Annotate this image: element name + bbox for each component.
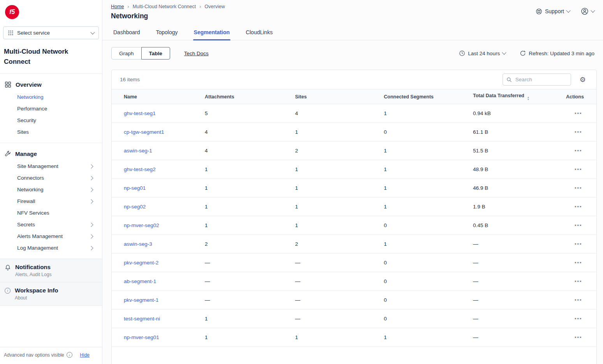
- sites-cell: 2: [295, 235, 384, 254]
- sidebar-item-firewall[interactable]: Firewall: [0, 196, 102, 207]
- view-toggle-graph[interactable]: Graph: [111, 47, 142, 60]
- connected-segments-cell: 0: [384, 254, 473, 272]
- sidebar-item-workspace-info[interactable]: i Workspace Info About: [0, 282, 102, 306]
- tab-dashboard[interactable]: Dashboard: [113, 25, 141, 40]
- row-actions-button[interactable]: •••: [575, 260, 582, 266]
- table-row: aswin-seg-3 2 2 1 — •••: [112, 235, 596, 254]
- sidebar-item-networking[interactable]: Networking: [0, 184, 102, 196]
- overview-label: Overview: [16, 81, 42, 88]
- sidebar-item-security[interactable]: Security: [0, 115, 102, 126]
- overview-section: Overview NetworkingPerformanceSecuritySi…: [0, 74, 102, 143]
- sites-cell: 1: [295, 328, 384, 347]
- table-row: ab-segment-1 — — 0 — •••: [112, 272, 596, 291]
- chevron-right-icon: [89, 164, 93, 168]
- table-row: np-mver-seg01 1 1 1 — •••: [112, 328, 596, 347]
- segment-name-link[interactable]: ghv-test-seg1: [124, 110, 156, 116]
- refresh-icon: [520, 50, 526, 56]
- sort-icon[interactable]: ▲▼: [527, 96, 529, 100]
- tab-topology[interactable]: Topology: [155, 25, 179, 40]
- sidebar-item-secrets[interactable]: Secrets: [0, 219, 102, 231]
- segment-name-link[interactable]: np-mver-seg02: [124, 222, 159, 228]
- account-menu[interactable]: [581, 7, 594, 15]
- total-data-cell: —: [473, 272, 566, 291]
- attachments-cell: 1: [205, 216, 295, 235]
- sidebar-item-log-management[interactable]: Log Management: [0, 242, 102, 254]
- row-actions-button[interactable]: •••: [575, 316, 582, 322]
- toolbar-right: Last 24 hours Refresh: Updated 3 min ago: [459, 50, 594, 56]
- segment-name-link[interactable]: np-seg02: [124, 204, 146, 210]
- time-range-selector[interactable]: Last 24 hours: [459, 50, 506, 56]
- attachments-cell: 1: [205, 179, 295, 198]
- segment-name-link[interactable]: np-mver-seg01: [124, 334, 159, 340]
- time-range-label: Last 24 hours: [468, 51, 500, 56]
- attachments-cell: 4: [205, 142, 295, 160]
- tech-docs-link[interactable]: Tech Docs: [184, 51, 209, 56]
- row-actions-button[interactable]: •••: [575, 148, 582, 154]
- bell-icon: [5, 264, 11, 271]
- segment-name-link[interactable]: aswin-seg-1: [124, 148, 152, 154]
- total-data-cell: 46.9 B: [473, 179, 566, 198]
- column-header-total-data-transferred[interactable]: Total Data Transferred▲▼: [473, 89, 566, 104]
- connected-segments-cell: 0: [384, 216, 473, 235]
- row-actions-button[interactable]: •••: [575, 204, 582, 210]
- row-actions-button[interactable]: •••: [575, 241, 582, 247]
- segment-name-link[interactable]: ghv-test-seg2: [124, 166, 156, 172]
- chevron-right-icon: [89, 222, 93, 227]
- row-actions-button[interactable]: •••: [575, 278, 582, 284]
- refresh-control[interactable]: Refresh: Updated 3 min ago: [520, 50, 594, 56]
- attachments-cell: 1: [205, 198, 295, 216]
- sidebar-item-notifications[interactable]: Notifications Alerts, Audit Logs: [0, 259, 102, 282]
- hide-link[interactable]: Hide: [80, 352, 90, 358]
- view-toggle: GraphTable: [111, 47, 170, 60]
- connected-segments-cell: 0: [384, 272, 473, 291]
- info-icon: i: [5, 288, 11, 294]
- table-row: test-segment-ni 1 — 0 — •••: [112, 310, 596, 328]
- search-input[interactable]: [515, 76, 567, 83]
- row-actions-button[interactable]: •••: [575, 297, 582, 303]
- row-actions-button[interactable]: •••: [575, 334, 582, 340]
- sidebar-item-nfv-services[interactable]: NFV Services: [0, 207, 102, 219]
- segment-name-link[interactable]: test-segment-ni: [124, 316, 160, 322]
- sidebar-item-manage[interactable]: Manage: [0, 146, 102, 161]
- segment-name-link[interactable]: aswin-seg-3: [124, 241, 152, 247]
- view-toggle-table[interactable]: Table: [141, 47, 170, 60]
- sidebar-item-label: Secrets: [17, 222, 35, 228]
- segment-name-link[interactable]: np-seg01: [124, 185, 146, 191]
- attachments-cell: 1: [205, 328, 295, 347]
- gear-icon[interactable]: ⚙: [580, 76, 586, 83]
- sidebar-item-alerts-management[interactable]: Alerts Management: [0, 231, 102, 242]
- total-data-cell: 0.45 B: [473, 216, 566, 235]
- connected-segments-cell: 1: [384, 142, 473, 160]
- support-menu[interactable]: Support: [536, 8, 570, 15]
- tab-cloudlinks[interactable]: CloudLinks: [245, 25, 273, 40]
- segment-name-link[interactable]: pkv-segment-1: [124, 297, 158, 303]
- sidebar-item-site-management[interactable]: Site Management: [0, 161, 102, 172]
- total-data-cell: 51.5 B: [473, 142, 566, 160]
- sidebar-item-sites[interactable]: Sites: [0, 126, 102, 138]
- segment-name-link[interactable]: ab-segment-1: [124, 278, 156, 284]
- row-actions-button[interactable]: •••: [575, 166, 582, 172]
- breadcrumb-item-multi-cloud-network-connect[interactable]: Multi-Cloud Network Connect: [133, 4, 196, 9]
- service-selector[interactable]: Select service: [3, 26, 99, 39]
- breadcrumb-item-home[interactable]: Home: [111, 4, 124, 9]
- row-actions-button[interactable]: •••: [575, 129, 582, 135]
- segment-name-link[interactable]: cp-tgw-segment1: [124, 129, 164, 135]
- tab-segmentation[interactable]: Segmentation: [193, 25, 231, 40]
- segments-table: NameAttachmentsSitesConnected SegmentsTo…: [112, 89, 596, 347]
- connected-segments-cell: 0: [384, 310, 473, 328]
- connected-segments-cell: 0: [384, 291, 473, 310]
- segment-name-link[interactable]: pkv-segment-2: [124, 260, 158, 266]
- sidebar-item-overview[interactable]: Overview: [0, 77, 102, 91]
- row-actions-button[interactable]: •••: [575, 110, 582, 116]
- row-actions-button[interactable]: •••: [575, 222, 582, 228]
- sidebar-item-connectors[interactable]: Connectors: [0, 172, 102, 184]
- service-selector-label: Select service: [17, 30, 50, 36]
- chevron-down-icon: [566, 8, 570, 12]
- breadcrumb: Home›Multi-Cloud Network Connect›Overvie…: [111, 4, 594, 9]
- total-data-cell: 61.1 B: [473, 123, 566, 142]
- sidebar-item-performance[interactable]: Performance: [0, 103, 102, 115]
- chevron-down-icon: [591, 8, 595, 12]
- refresh-label: Refresh: Updated 3 min ago: [529, 51, 594, 56]
- row-actions-button[interactable]: •••: [575, 185, 582, 191]
- sidebar-item-networking[interactable]: Networking: [0, 91, 102, 103]
